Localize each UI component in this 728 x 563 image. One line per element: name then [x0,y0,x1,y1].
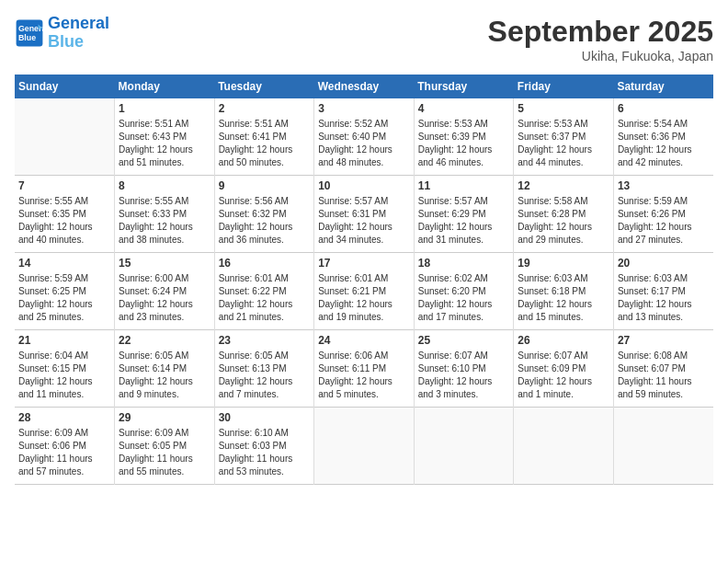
day-number: 15 [119,257,210,270]
calendar-cell [414,408,514,485]
calendar-cell [314,408,415,485]
weekday-saturday: Saturday [613,75,713,98]
title-block: September 2025 Ukiha, Fukuoka, Japan [488,15,713,63]
calendar-cell: 21Sunrise: 6:04 AM Sunset: 6:15 PM Dayli… [15,330,115,408]
day-info: Sunrise: 6:04 AM Sunset: 6:15 PM Dayligh… [18,350,110,401]
day-info: Sunrise: 5:54 AM Sunset: 6:36 PM Dayligh… [618,118,710,169]
day-info: Sunrise: 5:55 AM Sunset: 6:33 PM Dayligh… [119,195,210,247]
calendar-cell [514,408,614,485]
day-info: Sunrise: 6:05 AM Sunset: 6:14 PM Dayligh… [119,350,210,401]
day-number: 24 [318,334,410,347]
calendar-cell: 15Sunrise: 6:00 AM Sunset: 6:24 PM Dayli… [115,253,215,330]
calendar-cell: 9Sunrise: 5:56 AM Sunset: 6:32 PM Daylig… [214,176,314,253]
page-header: General Blue GeneralBlue September 2025 … [15,15,713,63]
day-info: Sunrise: 6:07 AM Sunset: 6:09 PM Dayligh… [518,350,609,401]
day-info: Sunrise: 5:59 AM Sunset: 6:26 PM Dayligh… [618,195,710,247]
calendar-cell: 26Sunrise: 6:07 AM Sunset: 6:09 PM Dayli… [514,330,614,408]
weekday-sunday: Sunday [15,75,115,98]
calendar-cell: 1Sunrise: 5:51 AM Sunset: 6:43 PM Daylig… [115,98,215,176]
day-number: 29 [119,411,210,424]
day-number: 11 [418,179,510,192]
logo-text: GeneralBlue [48,15,109,52]
weekday-tuesday: Tuesday [214,75,314,98]
day-number: 30 [219,411,311,424]
day-info: Sunrise: 6:09 AM Sunset: 6:06 PM Dayligh… [18,427,110,478]
calendar-cell: 10Sunrise: 5:57 AM Sunset: 6:31 PM Dayli… [314,176,415,253]
day-number: 25 [418,334,510,347]
day-number: 14 [18,257,110,270]
calendar-cell: 12Sunrise: 5:58 AM Sunset: 6:28 PM Dayli… [514,176,614,253]
weekday-monday: Monday [115,75,215,98]
day-info: Sunrise: 6:10 AM Sunset: 6:03 PM Dayligh… [219,427,311,478]
day-number: 4 [418,102,510,115]
day-info: Sunrise: 5:58 AM Sunset: 6:28 PM Dayligh… [518,195,609,247]
week-row-4: 21Sunrise: 6:04 AM Sunset: 6:15 PM Dayli… [15,330,713,408]
day-number: 16 [219,257,311,270]
day-info: Sunrise: 6:03 AM Sunset: 6:18 PM Dayligh… [518,272,609,324]
day-info: Sunrise: 6:05 AM Sunset: 6:13 PM Dayligh… [219,350,311,401]
day-info: Sunrise: 5:53 AM Sunset: 6:37 PM Dayligh… [518,118,609,169]
day-info: Sunrise: 6:08 AM Sunset: 6:07 PM Dayligh… [618,350,710,401]
calendar-cell: 24Sunrise: 6:06 AM Sunset: 6:11 PM Dayli… [314,330,415,408]
calendar-table: SundayMondayTuesdayWednesdayThursdayFrid… [15,75,713,485]
calendar-cell: 25Sunrise: 6:07 AM Sunset: 6:10 PM Dayli… [414,330,514,408]
day-number: 7 [18,179,110,192]
calendar-cell: 20Sunrise: 6:03 AM Sunset: 6:17 PM Dayli… [613,253,713,330]
day-info: Sunrise: 5:59 AM Sunset: 6:25 PM Dayligh… [18,272,110,324]
day-number: 2 [219,102,311,115]
calendar-cell: 4Sunrise: 5:53 AM Sunset: 6:39 PM Daylig… [414,98,514,176]
day-info: Sunrise: 5:56 AM Sunset: 6:32 PM Dayligh… [219,195,311,247]
day-info: Sunrise: 6:03 AM Sunset: 6:17 PM Dayligh… [618,272,710,324]
day-info: Sunrise: 6:01 AM Sunset: 6:22 PM Dayligh… [219,272,311,324]
weekday-thursday: Thursday [414,75,514,98]
day-info: Sunrise: 6:02 AM Sunset: 6:20 PM Dayligh… [418,272,510,324]
calendar-body: 1Sunrise: 5:51 AM Sunset: 6:43 PM Daylig… [15,98,713,485]
day-number: 1 [119,102,210,115]
calendar-cell [15,98,115,176]
week-row-5: 28Sunrise: 6:09 AM Sunset: 6:06 PM Dayli… [15,408,713,485]
calendar-cell: 29Sunrise: 6:09 AM Sunset: 6:05 PM Dayli… [115,408,215,485]
day-info: Sunrise: 5:51 AM Sunset: 6:43 PM Dayligh… [119,118,210,169]
day-info: Sunrise: 6:07 AM Sunset: 6:10 PM Dayligh… [418,350,510,401]
calendar-cell: 7Sunrise: 5:55 AM Sunset: 6:35 PM Daylig… [15,176,115,253]
calendar-cell: 13Sunrise: 5:59 AM Sunset: 6:26 PM Dayli… [613,176,713,253]
calendar-cell: 3Sunrise: 5:52 AM Sunset: 6:40 PM Daylig… [314,98,415,176]
day-number: 12 [518,179,609,192]
calendar-cell: 5Sunrise: 5:53 AM Sunset: 6:37 PM Daylig… [514,98,614,176]
day-number: 19 [518,257,609,270]
calendar-cell: 18Sunrise: 6:02 AM Sunset: 6:20 PM Dayli… [414,253,514,330]
week-row-1: 1Sunrise: 5:51 AM Sunset: 6:43 PM Daylig… [15,98,713,176]
day-number: 6 [618,102,710,115]
day-number: 5 [518,102,609,115]
day-info: Sunrise: 5:52 AM Sunset: 6:40 PM Dayligh… [318,118,410,169]
day-number: 27 [618,334,710,347]
day-info: Sunrise: 5:55 AM Sunset: 6:35 PM Dayligh… [18,195,110,247]
calendar-cell [613,408,713,485]
day-info: Sunrise: 6:00 AM Sunset: 6:24 PM Dayligh… [119,272,210,324]
calendar-cell: 16Sunrise: 6:01 AM Sunset: 6:22 PM Dayli… [214,253,314,330]
day-info: Sunrise: 5:57 AM Sunset: 6:31 PM Dayligh… [318,195,410,247]
calendar-cell: 14Sunrise: 5:59 AM Sunset: 6:25 PM Dayli… [15,253,115,330]
day-number: 21 [18,334,110,347]
weekday-friday: Friday [514,75,614,98]
calendar-cell: 19Sunrise: 6:03 AM Sunset: 6:18 PM Dayli… [514,253,614,330]
calendar-cell: 28Sunrise: 6:09 AM Sunset: 6:06 PM Dayli… [15,408,115,485]
day-info: Sunrise: 6:01 AM Sunset: 6:21 PM Dayligh… [318,272,410,324]
day-number: 9 [219,179,311,192]
svg-text:Blue: Blue [18,33,36,42]
day-number: 13 [618,179,710,192]
logo: General Blue GeneralBlue [15,15,109,52]
day-number: 23 [219,334,311,347]
calendar-cell: 30Sunrise: 6:10 AM Sunset: 6:03 PM Dayli… [214,408,314,485]
calendar-cell: 6Sunrise: 5:54 AM Sunset: 6:36 PM Daylig… [613,98,713,176]
day-info: Sunrise: 6:09 AM Sunset: 6:05 PM Dayligh… [119,427,210,478]
day-info: Sunrise: 5:57 AM Sunset: 6:29 PM Dayligh… [418,195,510,247]
calendar-cell: 27Sunrise: 6:08 AM Sunset: 6:07 PM Dayli… [613,330,713,408]
day-number: 3 [318,102,410,115]
calendar-cell: 11Sunrise: 5:57 AM Sunset: 6:29 PM Dayli… [414,176,514,253]
calendar-cell: 23Sunrise: 6:05 AM Sunset: 6:13 PM Dayli… [214,330,314,408]
week-row-3: 14Sunrise: 5:59 AM Sunset: 6:25 PM Dayli… [15,253,713,330]
day-number: 20 [618,257,710,270]
weekday-wednesday: Wednesday [314,75,415,98]
week-row-2: 7Sunrise: 5:55 AM Sunset: 6:35 PM Daylig… [15,176,713,253]
